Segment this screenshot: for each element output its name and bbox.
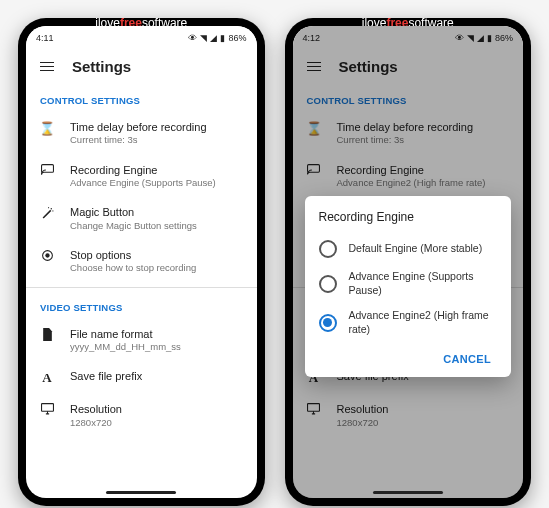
radio-label: Advance Engine (Supports Pause) [349,270,498,297]
status-bar: 4:11 👁 ◥ ◢ ▮ 86% [26,26,257,48]
radio-icon[interactable] [319,240,337,258]
screen-left: 4:11 👁 ◥ ◢ ▮ 86% Settings CONTROL SETTIN… [26,26,257,498]
item-title: Save file prefix [70,369,243,383]
item-sub: 1280x720 [70,417,243,429]
status-icons: 👁 ◥ ◢ ▮ 86% [188,33,246,43]
item-title: Resolution [70,402,243,416]
item-title: Recording Engine [70,163,243,177]
radio-option-default[interactable]: Default Engine (More stable) [319,234,498,264]
monitor-icon [40,403,54,415]
radio-label: Default Engine (More stable) [349,242,483,256]
svg-point-2 [52,211,53,212]
battery-percent: 86% [228,33,246,43]
app-bar: Settings [26,48,257,85]
eye-icon: 👁 [188,33,197,43]
svg-point-3 [48,207,49,208]
dialog-recording-engine: Recording Engine Default Engine (More st… [305,196,512,377]
wifi-icon: ◥ [200,33,207,43]
file-icon [40,328,54,341]
dialog-title: Recording Engine [319,210,498,224]
home-indicator[interactable] [373,491,443,494]
svg-rect-6 [41,404,53,412]
item-sub: yyyy_MM_dd_HH_mm_ss [70,341,243,353]
phone-left: ilovefreesoftware 4:11 👁 ◥ ◢ ▮ 86% Setti… [18,18,265,506]
item-title: Stop options [70,248,243,262]
section-header-video: VIDEO SETTINGS [26,292,257,319]
divider [26,287,257,288]
item-filename-format[interactable]: File name format yyyy_MM_dd_HH_mm_ss [26,319,257,362]
item-magic-button[interactable]: Magic Button Change Magic Button setting… [26,197,257,240]
text-icon: A [40,370,54,386]
item-title: Magic Button [70,205,243,219]
cancel-button[interactable]: CANCEL [437,349,497,369]
wand-icon [40,206,54,219]
status-time: 4:11 [36,33,54,43]
item-stop-options[interactable]: Stop options Choose how to stop recordin… [26,240,257,283]
radio-icon[interactable] [319,314,337,332]
signal-icon: ◢ [210,33,217,43]
svg-point-1 [50,208,51,209]
radio-label: Advance Engine2 (High frame rate) [349,309,498,336]
home-indicator[interactable] [106,491,176,494]
radio-option-advance2[interactable]: Advance Engine2 (High frame rate) [319,303,498,342]
item-sub: Advance Engine (Supports Pause) [70,177,243,189]
page-title: Settings [72,58,131,75]
stop-icon [40,249,54,262]
item-title: Time delay before recording [70,120,243,134]
screen-right: 4:12 👁 ◥ ◢ ▮ 86% Settings CONTROL SETTIN… [293,26,524,498]
item-sub: Current time: 3s [70,134,243,146]
radio-icon[interactable] [319,275,337,293]
item-recording-engine[interactable]: Recording Engine Advance Engine (Support… [26,155,257,198]
hourglass-icon: ⌛ [40,121,54,136]
hamburger-icon[interactable] [40,62,54,72]
item-file-prefix[interactable]: A Save file prefix [26,361,257,394]
cast-icon [40,164,54,175]
dialog-actions: CANCEL [319,349,498,369]
radio-option-advance[interactable]: Advance Engine (Supports Pause) [319,264,498,303]
item-resolution[interactable]: Resolution 1280x720 [26,394,257,437]
phone-right: ilovefreesoftware 4:12 👁 ◥ ◢ ▮ 86% Setti… [285,18,532,506]
section-header-control: CONTROL SETTINGS [26,85,257,112]
item-sub: Change Magic Button settings [70,220,243,232]
item-time-delay[interactable]: ⌛ Time delay before recording Current ti… [26,112,257,155]
item-title: File name format [70,327,243,341]
svg-point-5 [45,253,49,257]
battery-icon: ▮ [220,33,225,43]
item-sub: Choose how to stop recording [70,262,243,274]
